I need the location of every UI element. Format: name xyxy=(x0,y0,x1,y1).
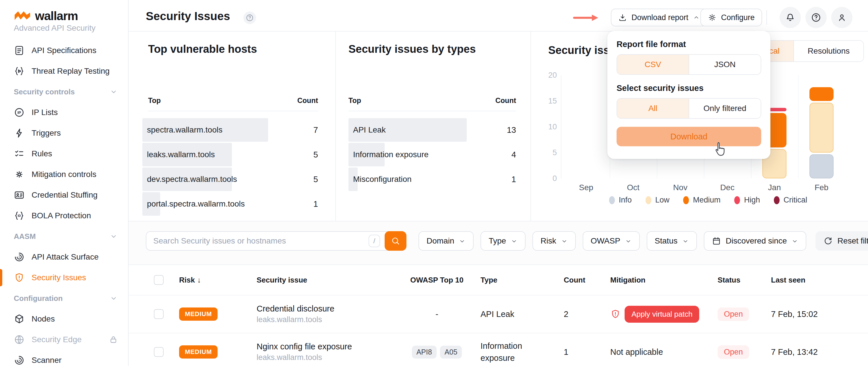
sidebar-item-bola-protection[interactable]: IDBOLA Protection xyxy=(0,205,128,226)
filter-dropdown-owasp[interactable]: OWASP xyxy=(583,231,640,251)
select-issues-title: Select security issues xyxy=(617,84,761,93)
filter-dropdown-type[interactable]: Type xyxy=(480,231,526,251)
filter-dropdown-risk[interactable]: Risk xyxy=(532,231,576,251)
sidebar-item-threat-replay-testing[interactable]: Threat Replay Testing xyxy=(0,61,128,81)
bar-segment-medium-feb[interactable] xyxy=(809,87,834,101)
checklist-icon xyxy=(14,148,25,159)
list-item[interactable]: dev.spectra.wallarm.tools 5 xyxy=(143,167,318,192)
notifications-button[interactable] xyxy=(780,7,801,28)
chevron-down-icon xyxy=(682,237,689,244)
shortcut-badge: / xyxy=(369,235,380,247)
configure-button[interactable]: Configure xyxy=(701,9,762,26)
table-row[interactable]: MEDIUM Nginx config file exposureleaks.w… xyxy=(129,333,868,366)
chevron-down-icon xyxy=(625,237,632,244)
item-label: spectra.wallarm.tools xyxy=(143,125,222,135)
sidebar-item-rules[interactable]: Rules xyxy=(0,143,128,164)
item-label: dev.spectra.wallarm.tools xyxy=(143,175,237,184)
column-header-mitigation[interactable]: Mitigation xyxy=(610,276,718,285)
download-button[interactable]: Download xyxy=(617,127,761,146)
y-axis-line xyxy=(561,75,561,178)
issue-name[interactable]: Credential disclosure xyxy=(257,304,408,313)
gear-icon xyxy=(708,13,716,22)
legend-dot xyxy=(683,196,689,204)
row-checkbox[interactable] xyxy=(154,347,164,357)
table-row[interactable]: MEDIUM Credential disclosureleaks.wallar… xyxy=(129,295,868,333)
item-label: Misconfiguration xyxy=(348,175,412,184)
help-button[interactable] xyxy=(805,7,827,28)
user-menu-button[interactable] xyxy=(831,7,852,28)
mitigation-cell: Apply virtual patch xyxy=(610,306,718,323)
search-button[interactable] xyxy=(384,231,406,251)
legend-item-medium[interactable]: Medium xyxy=(683,196,720,204)
column-header-security-issue[interactable]: Security issue xyxy=(257,276,408,285)
sidebar-item-security-issues[interactable]: Security Issues xyxy=(0,267,128,288)
issue-host: leaks.wallarm.tools xyxy=(257,315,408,324)
sidebar-section-security-controls[interactable]: Security controls xyxy=(0,81,128,102)
search-input[interactable] xyxy=(146,236,369,245)
list-item[interactable]: Information exposure 4 xyxy=(348,142,516,167)
table-header-row: Risk↓Security issueOWASP Top 10TypeCount… xyxy=(129,265,868,295)
owasp-cell: API8A05 xyxy=(408,346,480,359)
scope-option-only-filtered[interactable]: Only filtered xyxy=(689,99,761,118)
legend-item-critical[interactable]: Critical xyxy=(774,196,807,204)
filter-label: Type xyxy=(489,236,506,245)
legend-label: Info xyxy=(619,196,632,204)
column-header-risk[interactable]: Risk↓ xyxy=(179,276,257,285)
bar-segment-info-feb[interactable] xyxy=(809,154,834,178)
filter-dropdown-status[interactable]: Status xyxy=(647,231,697,251)
last-seen-cell: 7 Feb, 13:42 xyxy=(771,347,868,357)
column-header-type[interactable]: Type xyxy=(480,276,564,285)
download-report-button[interactable]: Download report xyxy=(611,9,707,26)
bar-segment-low-feb[interactable] xyxy=(809,103,834,153)
bell-icon xyxy=(785,12,795,23)
apply-virtual-patch-button[interactable]: Apply virtual patch xyxy=(625,306,699,323)
sidebar-item-mitigation-controls[interactable]: Mitigation controls xyxy=(0,164,128,185)
column-header-last-seen[interactable]: Last seen xyxy=(771,276,868,285)
select-all-checkbox[interactable] xyxy=(154,275,164,285)
list-item[interactable]: leaks.wallarm.tools 5 xyxy=(143,142,318,167)
id-card-icon xyxy=(14,190,25,200)
sidebar: wallarm Advanced API Security API Specif… xyxy=(0,0,129,366)
sidebar-item-label: Threat Replay Testing xyxy=(32,67,110,76)
sidebar-item-scanner[interactable]: Scanner xyxy=(0,350,128,366)
filter-dropdown-domain[interactable]: Domain xyxy=(418,231,474,251)
item-label: Information exposure xyxy=(348,150,429,159)
sidebar-item-api-attack-surface[interactable]: API Attack Surface xyxy=(0,247,128,267)
sidebar-section-configuration[interactable]: Configuration xyxy=(0,288,128,309)
column-header-owasp-top-10[interactable]: OWASP Top 10 xyxy=(408,276,480,285)
sidebar-item-security-edge[interactable]: Security Edge xyxy=(0,329,128,350)
legend-item-low[interactable]: Low xyxy=(646,196,670,204)
filter-discovered-since[interactable]: Discovered since xyxy=(704,231,806,251)
row-checkbox[interactable] xyxy=(154,309,164,319)
list-item[interactable]: spectra.wallarm.tools 7 xyxy=(143,118,318,142)
filter-bar: / DomainTypeRiskOWASPStatusDiscovered si… xyxy=(129,222,868,264)
sidebar-item-nodes[interactable]: Nodes xyxy=(0,309,128,329)
sidebar-item-ip-lists[interactable]: IPIP Lists xyxy=(0,102,128,123)
list-item[interactable]: API Leak 13 xyxy=(348,118,516,142)
legend-label: Low xyxy=(655,196,670,204)
sidebar-item-label: Security Issues xyxy=(32,273,86,282)
sidebar-item-triggers[interactable]: Triggers xyxy=(0,123,128,143)
issue-name[interactable]: Nginx config file exposure xyxy=(257,342,408,352)
legend-item-high[interactable]: High xyxy=(734,196,760,204)
scope-option-all[interactable]: All xyxy=(617,99,689,118)
list-item[interactable]: portal.spectra.wallarm.tools 1 xyxy=(143,192,318,216)
column-header-count[interactable]: Count xyxy=(564,276,610,285)
chevron-down-icon xyxy=(110,232,118,240)
table-body: MEDIUM Credential disclosureleaks.wallar… xyxy=(129,295,868,366)
title-help-icon[interactable] xyxy=(243,11,256,24)
format-option-json[interactable]: JSON xyxy=(689,55,761,74)
column-header-status[interactable]: Status xyxy=(718,276,771,285)
sidebar-item-credential-stuffing[interactable]: Credential Stuffing xyxy=(0,185,128,205)
sidebar-item-api-specifications[interactable]: API Specifications xyxy=(0,40,128,61)
sidebar-section-aasm[interactable]: AASM xyxy=(0,226,128,247)
chevron-down-icon xyxy=(110,88,118,96)
x-axis-label: Sep xyxy=(566,183,606,192)
risk-badge: MEDIUM xyxy=(179,345,218,359)
reset-filters-button[interactable]: Reset filters xyxy=(815,231,868,251)
legend-dot xyxy=(734,196,740,204)
list-item[interactable]: Misconfiguration 1 xyxy=(348,167,516,192)
format-option-csv[interactable]: CSV xyxy=(617,55,689,74)
legend-item-info[interactable]: Info xyxy=(609,196,632,204)
braces-id-icon: ID xyxy=(14,210,25,221)
